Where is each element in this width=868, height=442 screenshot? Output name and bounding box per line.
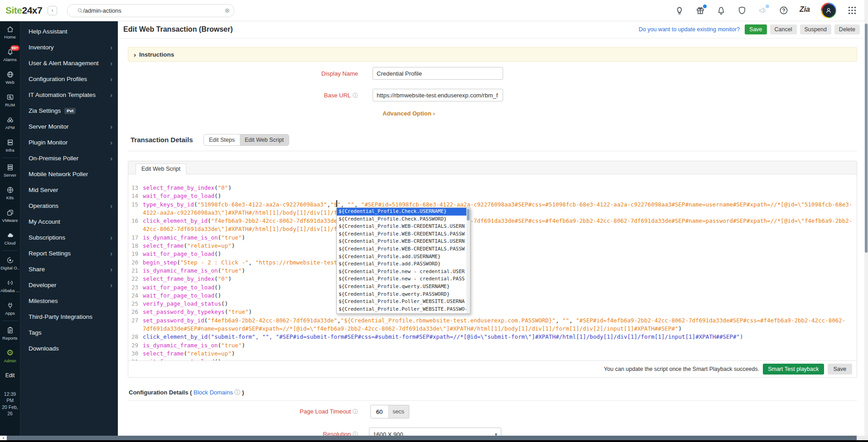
sidebar-item-on-premise-poller[interactable]: On-Premise Poller› bbox=[20, 150, 118, 166]
sidebar-item-downloads[interactable]: Downloads bbox=[20, 341, 118, 356]
display-name-field[interactable] bbox=[373, 67, 503, 80]
rail-item-apps[interactable]: Apps bbox=[0, 297, 20, 320]
sidebar-item-help-assistant[interactable]: Help Assistant bbox=[20, 24, 118, 39]
gift-icon[interactable] bbox=[695, 5, 705, 15]
code-line[interactable]: 21is_dynamic_frame_is_on("true") bbox=[128, 267, 857, 275]
search-input[interactable] bbox=[82, 7, 224, 14]
autocomplete-item[interactable]: ${Credential_Profile.qwerty.USERNAME} bbox=[337, 283, 470, 291]
autocomplete-item[interactable]: ${Credential_Profile.WEB-CREDENTIALS.USE… bbox=[337, 223, 470, 231]
rail-item-apm[interactable]: APM bbox=[0, 111, 20, 134]
megaphone-icon[interactable] bbox=[758, 5, 768, 15]
block-domains-link[interactable]: Block Domains bbox=[194, 389, 233, 396]
code-editor[interactable]: 13select_frame_by_index("0")14wait_for_p… bbox=[128, 174, 857, 360]
rail-item-home[interactable]: Home bbox=[0, 21, 20, 43]
code-line[interactable]: 7df691da33de#SEP#name=password#SEP#xpath… bbox=[128, 325, 857, 333]
sidebar-item-milestones[interactable]: Milestones bbox=[20, 293, 118, 309]
shield-icon[interactable] bbox=[737, 5, 747, 15]
code-line[interactable]: 24wait_for_page_to_load() bbox=[128, 292, 857, 300]
rail-item-rum[interactable]: RUM bbox=[0, 89, 20, 111]
smart-test-playback-button[interactable]: Smart Test playback bbox=[763, 364, 824, 375]
rail-item-reports[interactable]: Reports bbox=[0, 322, 20, 345]
sidebar-item-plugin-monitor[interactable]: Plugin Monitor› bbox=[20, 135, 118, 150]
page-load-timeout-field[interactable] bbox=[370, 405, 388, 418]
rail-item-digital-o[interactable]: Digital O.. bbox=[0, 252, 20, 274]
sidebar-item-my-account[interactable]: My Account bbox=[20, 214, 118, 230]
autocomplete-item[interactable]: ${Credential_Profile.WEB-CREDENTIALS.PAS… bbox=[337, 231, 470, 238]
autocomplete-item[interactable]: ${Credential_Profile.new - credential.US… bbox=[337, 268, 470, 276]
code-line[interactable]: 20begin_step("Step - 2 : Click -", "http… bbox=[128, 259, 857, 267]
help-icon[interactable] bbox=[779, 5, 789, 15]
update-existing-monitor-link[interactable]: Do you want to update existing monitor? bbox=[639, 26, 740, 33]
info-icon[interactable]: ⓘ bbox=[234, 389, 240, 396]
rail-item-infra[interactable]: Infra bbox=[0, 134, 20, 157]
vertical-scrollbar-thumb[interactable] bbox=[865, 24, 868, 253]
sidebar-item-mid-server[interactable]: Mid Server bbox=[20, 182, 118, 198]
dropdown-scrollbar[interactable] bbox=[466, 208, 470, 313]
sidebar-item-configuration-profiles[interactable]: Configuration Profiles› bbox=[20, 71, 118, 87]
autocomplete-item[interactable]: ${Credential_Profile.qwerty.PASSWORD} bbox=[337, 291, 470, 298]
code-line[interactable]: 42cc-8062-7df691da33de\"]#XPATH#/html[1]… bbox=[128, 225, 857, 233]
editor-save-button[interactable]: Save bbox=[828, 364, 853, 375]
sidebar-item-edit[interactable]: Edit bbox=[0, 367, 20, 384]
sidebar-item-subscriptions[interactable]: Subscriptions› bbox=[20, 230, 118, 245]
rail-item-k8s[interactable]: K8s bbox=[0, 182, 20, 204]
horizontal-scrollbar-thumb[interactable] bbox=[7, 436, 857, 440]
suspend-button[interactable]: Suspend bbox=[800, 24, 831, 34]
autocomplete-item[interactable]: ${Credential_Profile.Check.USERNAME} bbox=[337, 208, 470, 216]
sidebar-item-user-alert-management[interactable]: User & Alert Management› bbox=[20, 55, 118, 71]
code-line[interactable]: 22select_frame_by_index("0") bbox=[128, 275, 857, 283]
code-line[interactable]: 23wait_for_page_to_load() bbox=[128, 283, 857, 292]
sidebar-item-report-settings[interactable]: Report Settings› bbox=[20, 245, 118, 261]
horizontal-scrollbar[interactable]: ◂ bbox=[0, 436, 868, 440]
delete-button[interactable]: Delete bbox=[834, 24, 860, 34]
code-line[interactable]: 14wait_for_page_to_load() bbox=[128, 192, 857, 200]
code-line[interactable]: 27set_password_by_id("f4efb6a9-2bb2-42cc… bbox=[128, 317, 857, 325]
info-icon[interactable]: ⓘ bbox=[353, 408, 358, 415]
lightbulb-icon[interactable] bbox=[674, 5, 684, 15]
rail-item-cloud[interactable]: Cloud bbox=[0, 227, 20, 250]
autocomplete-item[interactable]: ${Credential_Profile.WEB-CREDENTIALS.PAS… bbox=[337, 245, 470, 253]
autocomplete-item[interactable]: ${Credential_Profile.new - credential.PA… bbox=[337, 275, 470, 283]
save-button[interactable]: Save bbox=[745, 24, 767, 34]
rail-item-web[interactable]: Web bbox=[0, 66, 20, 89]
sidebar-item-zia-settings[interactable]: Zia SettingsPvt bbox=[20, 103, 118, 119]
vertical-scrollbar[interactable] bbox=[864, 0, 868, 436]
autocomplete-item[interactable]: ${Credential_Profile.WEB-CREDENTIALS.USE… bbox=[337, 238, 470, 245]
autocomplete-item[interactable]: ${Credential_Profile.add.USERNAME} bbox=[337, 253, 470, 261]
resolution-select[interactable]: 1600 X 900 ▾ bbox=[369, 428, 501, 436]
clear-search-icon[interactable]: ⊗ bbox=[225, 7, 230, 14]
tab-edit-web-script[interactable]: Edit Web Script bbox=[240, 135, 289, 145]
code-line[interactable]: 25verify_page_load_status() bbox=[128, 300, 857, 308]
autocomplete-item[interactable]: ${Credential_Profile.add.PASSWORD} bbox=[337, 260, 470, 268]
scroll-left-arrow-icon[interactable]: ◂ bbox=[0, 436, 6, 440]
autocomplete-item[interactable]: ${Credential_Profile.Poller_WEBSITE.PASS… bbox=[337, 306, 470, 313]
rail-item-alarms[interactable]: 99+Alarms bbox=[0, 43, 20, 66]
sidebar-item-inventory[interactable]: Inventory› bbox=[20, 39, 118, 55]
code-line[interactable]: 13select_frame_by_index("0") bbox=[128, 184, 857, 192]
code-line[interactable]: 4122-aa2a-c92276098aa3\"]#XPATH#/html[1]… bbox=[128, 209, 857, 217]
code-line[interactable]: 19wait_for_page_to_load() bbox=[128, 250, 857, 258]
instructions-accordion[interactable]: › Instructions bbox=[128, 47, 857, 62]
sidebar-item-server-monitor[interactable]: Server Monitor› bbox=[20, 119, 118, 135]
code-line[interactable]: 31wait_for_page_to_load() bbox=[128, 358, 857, 360]
code-line[interactable]: 18select_frame("relative=up") bbox=[128, 242, 857, 250]
code-line[interactable]: 26set_password_by_typekeys("true") bbox=[128, 308, 857, 316]
autocomplete-item[interactable]: ${Credential_Profile.Poller_WEBSITE.USER… bbox=[337, 298, 470, 306]
editor-tab-edit-web-script[interactable]: Edit Web Script bbox=[136, 163, 186, 174]
code-line[interactable]: 28click_element_by_id("submit-form", "",… bbox=[128, 333, 857, 341]
rail-item-alibaba[interactable]: Alibaba ... bbox=[0, 274, 20, 297]
code-line[interactable]: 29is_dynamic_frame_is_on("true") bbox=[128, 341, 857, 350]
code-line[interactable]: 15type_keys_by_id("51098fcb-68e3-4122-aa… bbox=[128, 201, 857, 209]
info-icon[interactable]: ⓘ bbox=[353, 92, 358, 99]
code-line[interactable]: 30select_frame("relative=up") bbox=[128, 350, 857, 358]
advanced-option-link[interactable]: Advanced Option › bbox=[383, 110, 435, 117]
bell-icon[interactable] bbox=[716, 5, 726, 15]
collapse-sidebar-icon[interactable]: ‹ bbox=[48, 6, 57, 15]
sidebar-item-share[interactable]: Share› bbox=[20, 261, 118, 277]
dropdown-scrollbar-thumb[interactable] bbox=[467, 209, 470, 221]
sidebar-item-operations[interactable]: Operations› bbox=[20, 198, 118, 214]
sidebar-item-mobile-network-poller[interactable]: Mobile Network Poller bbox=[20, 166, 118, 182]
tab-edit-steps[interactable]: Edit Steps bbox=[204, 135, 240, 145]
code-line[interactable]: 17is_dynamic_frame_is_on("true") bbox=[128, 234, 857, 242]
base-url-field[interactable] bbox=[373, 89, 503, 101]
